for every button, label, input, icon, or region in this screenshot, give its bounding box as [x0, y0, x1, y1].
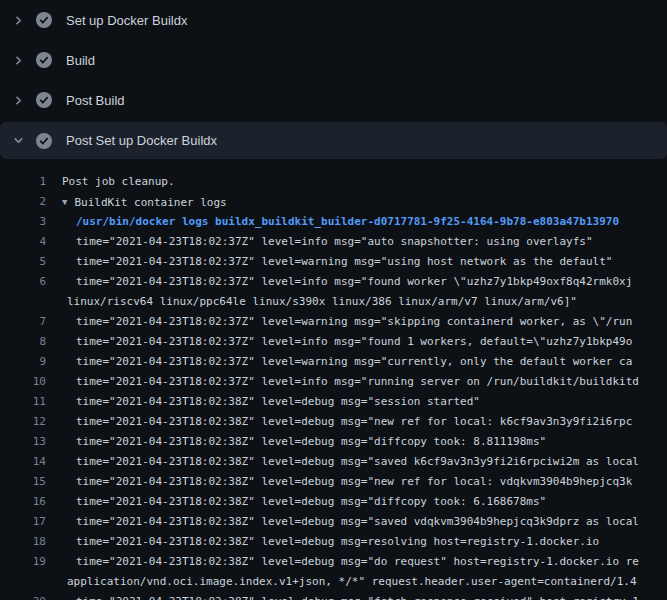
- log-line: 3 ▼/usr/bin/docker logs buildx_buildkit_…: [0, 212, 667, 232]
- log-line-text: time="2021-04-23T18:02:37Z" level=warnin…: [76, 255, 612, 268]
- log-line-text: time="2021-04-23T18:02:38Z" level=debug …: [76, 435, 546, 448]
- chevron-right-icon[interactable]: [12, 54, 25, 67]
- log-line: 12 ▼time="2021-04-23T18:02:38Z" level=de…: [0, 412, 667, 432]
- log-line: 13 ▼time="2021-04-23T18:02:38Z" level=de…: [0, 432, 667, 452]
- log-line-number[interactable]: [0, 572, 46, 592]
- chevron-right-icon[interactable]: [12, 14, 25, 27]
- step-row-post-set-up-docker-buildx[interactable]: Post Set up Docker Buildx: [0, 122, 667, 159]
- log-line-number[interactable]: 13: [0, 432, 46, 452]
- log-line-text: time="2021-04-23T18:02:38Z" level=debug …: [76, 415, 632, 428]
- log-line: 4 ▼time="2021-04-23T18:02:37Z" level=inf…: [0, 232, 667, 252]
- log-line: 10 ▼time="2021-04-23T18:02:37Z" level=in…: [0, 372, 667, 392]
- log-line: 8 ▼time="2021-04-23T18:02:37Z" level=inf…: [0, 332, 667, 352]
- log-line: 2 ▼BuildKit container logs: [0, 192, 667, 212]
- log-line-number[interactable]: 14: [0, 452, 46, 472]
- log-line-content: ▼time="2021-04-23T18:02:37Z" level=info …: [76, 372, 639, 392]
- log-line-text: time="2021-04-23T18:02:37Z" level=info m…: [76, 375, 639, 388]
- log-line-content: ▼linux/riscv64 linux/ppc64le linux/s390x…: [67, 292, 577, 312]
- log-line-text: time="2021-04-23T18:02:37Z" level=warnin…: [76, 355, 632, 368]
- step-label: Post Set up Docker Buildx: [66, 133, 217, 148]
- log-line-number[interactable]: [0, 292, 46, 312]
- log-line-text: linux/riscv64 linux/ppc64le linux/s390x …: [67, 295, 577, 308]
- log-line-number[interactable]: 3: [0, 212, 46, 232]
- step-label: Set up Docker Buildx: [66, 13, 187, 28]
- log-line-content: ▼time="2021-04-23T18:02:37Z" level=info …: [76, 272, 632, 292]
- log-line: ▼linux/riscv64 linux/ppc64le linux/s390x…: [0, 292, 667, 312]
- log-line-number[interactable]: 15: [0, 472, 46, 492]
- log-line-content: ▼time="2021-04-23T18:02:37Z" level=warni…: [76, 352, 632, 372]
- log-line-content: ▼time="2021-04-23T18:02:37Z" level=info …: [76, 332, 632, 352]
- log-line-content: ▼Post job cleanup.: [62, 172, 175, 192]
- log-line-text: BuildKit container logs: [74, 196, 226, 209]
- log-line-text: time="2021-04-23T18:02:37Z" level=info m…: [76, 235, 593, 248]
- log-line-number[interactable]: 8: [0, 332, 46, 352]
- log-line-content: ▼time="2021-04-23T18:02:37Z" level=info …: [76, 232, 593, 252]
- log-line: 16 ▼time="2021-04-23T18:02:38Z" level=de…: [0, 492, 667, 512]
- log-line-number[interactable]: 2: [0, 192, 46, 212]
- log-line-text: Post job cleanup.: [62, 175, 175, 188]
- log-line-number[interactable]: 18: [0, 532, 46, 552]
- log-line-content: ▼time="2021-04-23T18:02:37Z" level=warni…: [76, 312, 632, 332]
- log-line-content: ▼time="2021-04-23T18:02:38Z" level=debug…: [76, 452, 639, 472]
- log-line-text: time="2021-04-23T18:02:38Z" level=debug …: [76, 555, 639, 568]
- log-line-content: ▼BuildKit container logs: [62, 192, 227, 212]
- log-line: 19 ▼time="2021-04-23T18:02:38Z" level=de…: [0, 552, 667, 572]
- steps-list: Set up Docker Buildx Build P: [0, 0, 667, 159]
- log-line-text: /usr/bin/docker logs buildx_buildkit_bui…: [76, 215, 619, 228]
- log-line-number[interactable]: 19: [0, 552, 46, 572]
- triangle-down-icon[interactable]: ▼: [62, 197, 67, 207]
- log-line-number[interactable]: 10: [0, 372, 46, 392]
- log-line-number[interactable]: 11: [0, 392, 46, 412]
- check-circle-icon: [36, 12, 52, 28]
- log-panel: 1 ▼Post job cleanup. 2 ▼BuildKit contain…: [0, 160, 667, 600]
- log-line-text: time="2021-04-23T18:02:37Z" level=info m…: [76, 335, 632, 348]
- step-row-build[interactable]: Build: [0, 40, 667, 80]
- log-line: 7 ▼time="2021-04-23T18:02:37Z" level=war…: [0, 312, 667, 332]
- check-circle-icon: [36, 92, 52, 108]
- log-line-content: ▼time="2021-04-23T18:02:38Z" level=debug…: [76, 412, 632, 432]
- log-line-content: ▼time="2021-04-23T18:02:38Z" level=debug…: [76, 492, 546, 512]
- log-line-text: time="2021-04-23T18:02:38Z" level=debug …: [76, 395, 480, 408]
- log-line-content: ▼time="2021-04-23T18:02:38Z" level=debug…: [76, 472, 632, 492]
- log-line-content: ▼time="2021-04-23T18:02:38Z" level=debug…: [76, 592, 639, 600]
- log-line-number[interactable]: 5: [0, 252, 46, 272]
- log-line-number[interactable]: 9: [0, 352, 46, 372]
- step-label: Post Build: [66, 93, 125, 108]
- log-line: 20 ▼time="2021-04-23T18:02:38Z" level=de…: [0, 592, 667, 600]
- chevron-right-icon[interactable]: [12, 94, 25, 107]
- chevron-down-icon[interactable]: [12, 134, 25, 147]
- log-line: 6 ▼time="2021-04-23T18:02:37Z" level=inf…: [0, 272, 667, 292]
- log-line-number[interactable]: 6: [0, 272, 46, 292]
- log-line-text: time="2021-04-23T18:02:38Z" level=debug …: [76, 535, 599, 548]
- log-line: 15 ▼time="2021-04-23T18:02:38Z" level=de…: [0, 472, 667, 492]
- log-line: 5 ▼time="2021-04-23T18:02:37Z" level=war…: [0, 252, 667, 272]
- log-line-text: time="2021-04-23T18:02:37Z" level=warnin…: [76, 315, 632, 328]
- log-line-text: time="2021-04-23T18:02:37Z" level=info m…: [76, 275, 632, 288]
- log-line-content: ▼time="2021-04-23T18:02:38Z" level=debug…: [76, 512, 639, 532]
- log-line: 18 ▼time="2021-04-23T18:02:38Z" level=de…: [0, 532, 667, 552]
- log-line-number[interactable]: 7: [0, 312, 46, 332]
- log-line: 1 ▼Post job cleanup.: [0, 172, 667, 192]
- log-line-text: time="2021-04-23T18:02:38Z" level=debug …: [76, 515, 639, 528]
- log-line-content: ▼time="2021-04-23T18:02:38Z" level=debug…: [76, 392, 480, 412]
- log-line-content: ▼time="2021-04-23T18:02:37Z" level=warni…: [76, 252, 612, 272]
- step-row-set-up-docker-buildx[interactable]: Set up Docker Buildx: [0, 0, 667, 40]
- log-line-content: ▼time="2021-04-23T18:02:38Z" level=debug…: [76, 552, 639, 572]
- check-circle-icon: [36, 52, 52, 68]
- log-line-content: ▼time="2021-04-23T18:02:38Z" level=debug…: [76, 532, 599, 552]
- log-line-number[interactable]: 17: [0, 512, 46, 532]
- check-circle-icon: [36, 133, 52, 149]
- log-line-content: ▼application/vnd.oci.image.index.v1+json…: [67, 572, 637, 592]
- log-line: 17 ▼time="2021-04-23T18:02:38Z" level=de…: [0, 512, 667, 532]
- step-row-post-build[interactable]: Post Build: [0, 80, 667, 120]
- log-line-number[interactable]: 1: [0, 172, 46, 192]
- log-line-number[interactable]: 12: [0, 412, 46, 432]
- log-line: ▼application/vnd.oci.image.index.v1+json…: [0, 572, 667, 592]
- log-line-number[interactable]: 4: [0, 232, 46, 252]
- log-line-content: ▼/usr/bin/docker logs buildx_buildkit_bu…: [76, 212, 619, 232]
- log-line: 14 ▼time="2021-04-23T18:02:38Z" level=de…: [0, 452, 667, 472]
- log-line: 9 ▼time="2021-04-23T18:02:37Z" level=war…: [0, 352, 667, 372]
- log-line-number[interactable]: 16: [0, 492, 46, 512]
- log-line-number[interactable]: 20: [0, 592, 46, 600]
- log-line-text: application/vnd.oci.image.index.v1+json,…: [67, 575, 637, 588]
